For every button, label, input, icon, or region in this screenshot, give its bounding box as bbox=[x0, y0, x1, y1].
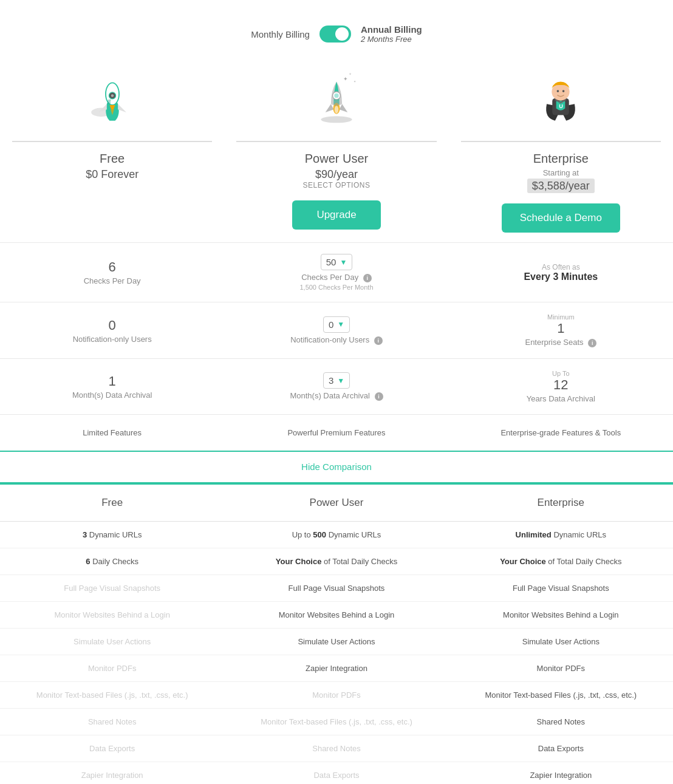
comparison-row-snapshots: Full Page Visual Snapshots Full Page Vis… bbox=[0, 575, 673, 602]
comparison-row-simulate: Simulate User Actions Simulate User Acti… bbox=[0, 629, 673, 655]
billing-toggle-section: Monthly Billing Annual Billing 2 Months … bbox=[0, 12, 673, 62]
enterprise-archival-upto: Up To bbox=[552, 370, 570, 377]
free-plan-header: Free $0 Forever bbox=[0, 62, 224, 242]
free-archival-value: 1 bbox=[109, 373, 116, 389]
enterprise-seats-info-icon[interactable]: i bbox=[588, 339, 596, 347]
free-archival-label: Month(s) Data Archival bbox=[72, 390, 152, 400]
enterprise-login-monitor: Monitor Websites Behind a Login bbox=[449, 602, 673, 628]
enterprise-plan-illustration: U bbox=[524, 62, 597, 135]
power-data-exports: Data Exports bbox=[224, 762, 448, 784]
svg-text:✦: ✦ bbox=[349, 72, 352, 76]
free-login-monitor: Monitor Websites Behind a Login bbox=[0, 602, 224, 628]
free-data-exports: Data Exports bbox=[0, 735, 224, 762]
monthly-billing-label: Monthly Billing bbox=[251, 29, 310, 39]
power-simulate: Simulate User Actions bbox=[224, 629, 448, 655]
power-plan-name: Power User bbox=[305, 152, 368, 166]
svg-point-17 bbox=[562, 90, 565, 92]
notifications-info-icon[interactable]: i bbox=[374, 336, 383, 345]
power-notifications-label: Notification-only Users i bbox=[290, 335, 383, 345]
power-snapshots: Full Page Visual Snapshots bbox=[224, 575, 448, 601]
power-checks-select[interactable]: 50 ▼ bbox=[321, 254, 353, 270]
free-features-label: Limited Features bbox=[83, 428, 142, 437]
power-plan-price: $90/year bbox=[315, 168, 358, 181]
svg-rect-12 bbox=[333, 100, 339, 106]
power-plan-divider bbox=[236, 141, 436, 142]
power-checks-sublabel: 1,500 Checks Per Month bbox=[299, 284, 373, 291]
power-notifications-select[interactable]: 0 ▼ bbox=[323, 316, 350, 333]
schedule-demo-button[interactable]: Schedule a Demo bbox=[502, 203, 620, 233]
enterprise-checks-value: Every 3 Minutes bbox=[524, 271, 598, 282]
enterprise-snapshots: Full Page Visual Snapshots bbox=[449, 575, 673, 601]
free-zapier: Zapier Integration bbox=[0, 762, 224, 784]
enterprise-daily-checks: Your Choice of Total Daily Checks bbox=[449, 548, 673, 574]
enterprise-starting-at: Starting at bbox=[543, 168, 579, 177]
enterprise-plan-divider bbox=[461, 141, 661, 142]
enterprise-archival-label: Years Data Archival bbox=[527, 394, 595, 403]
features-summary-row: Limited Features Powerful Premium Featur… bbox=[0, 414, 673, 451]
power-pdfs: Monitor PDFs bbox=[224, 682, 448, 708]
power-features-summary: Powerful Premium Features bbox=[224, 414, 448, 451]
power-notifications-select-value: 0 bbox=[329, 319, 333, 330]
free-shared-notes: Shared Notes bbox=[0, 709, 224, 735]
enterprise-features-label: Enterprise-grade Features & Tools bbox=[500, 428, 621, 437]
power-archival-select-value: 3 bbox=[329, 375, 333, 386]
comparison-header-row: Free Power User Enterprise bbox=[0, 485, 673, 522]
free-months-label: 2 Months Free bbox=[361, 35, 412, 44]
power-urls: Up to 500 Dynamic URLs bbox=[224, 522, 448, 548]
free-snapshots: Full Page Visual Snapshots bbox=[0, 575, 224, 601]
svg-point-16 bbox=[557, 90, 559, 92]
enterprise-archival-cell: Up To 12 Years Data Archival bbox=[449, 358, 673, 414]
comparison-row-login-monitor: Monitor Websites Behind a Login Monitor … bbox=[0, 602, 673, 629]
power-archival-label: Month(s) Data Archival i bbox=[290, 391, 383, 401]
comparison-row-urls: 3 Dynamic URLs Up to 500 Dynamic URLs Un… bbox=[0, 522, 673, 548]
hide-comparison-link[interactable]: Hide Comparison bbox=[301, 462, 372, 472]
enterprise-notifications-label: Enterprise Seats i bbox=[525, 338, 596, 347]
free-plan-name: Free bbox=[100, 152, 125, 166]
power-shared-notes: Shared Notes bbox=[224, 735, 448, 762]
enterprise-zapier: Zapier Integration bbox=[449, 762, 673, 784]
comparison-row-shared-notes: Shared Notes Monitor Text-based Files (.… bbox=[0, 709, 673, 735]
comparison-header-enterprise: Enterprise bbox=[449, 485, 673, 521]
billing-toggle[interactable] bbox=[319, 26, 351, 43]
enterprise-notifications-minimum: Minimum bbox=[547, 313, 575, 321]
free-urls: 3 Dynamic URLs bbox=[0, 522, 224, 548]
svg-text:✦: ✦ bbox=[343, 76, 348, 82]
free-archival-cell: 1 Month(s) Data Archival bbox=[0, 358, 224, 414]
comparison-section: Free Power User Enterprise 3 Dynamic URL… bbox=[0, 483, 673, 784]
svg-point-11 bbox=[335, 106, 338, 114]
power-plan-header: ✦ ✦ ✦ bbox=[224, 62, 448, 242]
checks-info-icon[interactable]: i bbox=[363, 274, 372, 282]
free-simulate: Simulate User Actions bbox=[0, 629, 224, 655]
archival-info-icon[interactable]: i bbox=[375, 392, 383, 401]
free-plan-illustration bbox=[76, 62, 149, 135]
enterprise-features-summary: Enterprise-grade Features & Tools bbox=[449, 414, 673, 451]
power-archival-select[interactable]: 3 ▼ bbox=[323, 372, 350, 389]
enterprise-plan-header: U Enterprise Starting at $3,5 bbox=[449, 62, 673, 242]
enterprise-plan-name: Enterprise bbox=[533, 152, 589, 166]
archival-row: 1 Month(s) Data Archival 3 ▼ Month(s) Da… bbox=[0, 358, 673, 414]
enterprise-price-wrapper: $3,588/year bbox=[527, 180, 595, 193]
free-checks-cell: 6 Checks Per Day bbox=[0, 242, 224, 302]
comparison-row-pdfs: Monitor PDFs Zapier Integration Monitor … bbox=[0, 655, 673, 682]
enterprise-text-files: Monitor Text-based Files (.js, .txt, .cs… bbox=[449, 682, 673, 708]
free-checks-label: Checks Per Day bbox=[84, 276, 141, 285]
plans-header-grid: Free $0 Forever ✦ ✦ ✦ bbox=[0, 62, 673, 242]
svg-point-9 bbox=[334, 94, 338, 98]
power-zapier: Zapier Integration bbox=[224, 655, 448, 681]
free-checks-value: 6 bbox=[109, 259, 116, 275]
free-notifications-label: Notification-only Users bbox=[73, 335, 152, 344]
comparison-row-text-files: Monitor Text-based Files (.js, .txt, .cs… bbox=[0, 682, 673, 709]
power-checks-chevron: ▼ bbox=[340, 258, 347, 267]
enterprise-shared-notes: Shared Notes bbox=[449, 709, 673, 735]
enterprise-simulate: Simulate User Actions bbox=[449, 629, 673, 655]
upgrade-button[interactable]: Upgrade bbox=[292, 200, 380, 230]
free-plan-price: $0 Forever bbox=[86, 168, 138, 181]
power-login-monitor: Monitor Websites Behind a Login bbox=[224, 602, 448, 628]
power-checks-select-value: 50 bbox=[326, 257, 336, 267]
enterprise-data-exports: Data Exports bbox=[449, 735, 673, 762]
enterprise-notifications-cell: Minimum 1 Enterprise Seats i bbox=[449, 302, 673, 358]
power-daily-checks: Your Choice of Total Daily Checks bbox=[224, 548, 448, 574]
power-notifications-cell: 0 ▼ Notification-only Users i bbox=[224, 302, 448, 358]
enterprise-checks-cell: As Often as Every 3 Minutes bbox=[449, 242, 673, 302]
free-daily-checks: 6 Daily Checks bbox=[0, 548, 224, 574]
